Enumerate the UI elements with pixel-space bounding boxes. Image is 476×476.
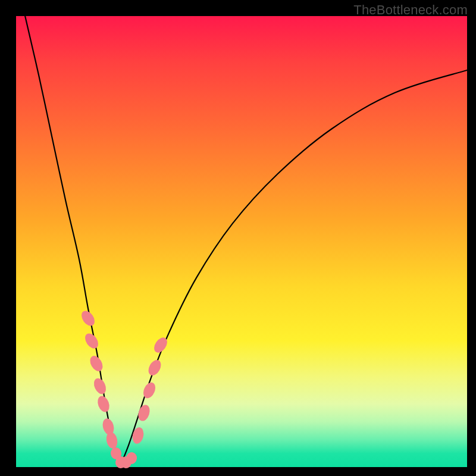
marker-dot (79, 308, 98, 328)
chart-frame: TheBottleneck.com (0, 0, 476, 476)
marker-dot (83, 331, 101, 350)
marker-dot (131, 426, 145, 444)
curve-layer (16, 16, 467, 467)
marker-dot (146, 358, 164, 378)
plot-area (16, 16, 467, 467)
marker-dot (96, 394, 112, 414)
curve-right-branch (120, 70, 467, 467)
marker-dot (92, 376, 108, 396)
marker-dot (151, 336, 170, 355)
marker-dot (141, 381, 158, 400)
marker-dot (87, 353, 105, 373)
marker-dot (136, 403, 152, 422)
marker-dot (126, 452, 137, 465)
